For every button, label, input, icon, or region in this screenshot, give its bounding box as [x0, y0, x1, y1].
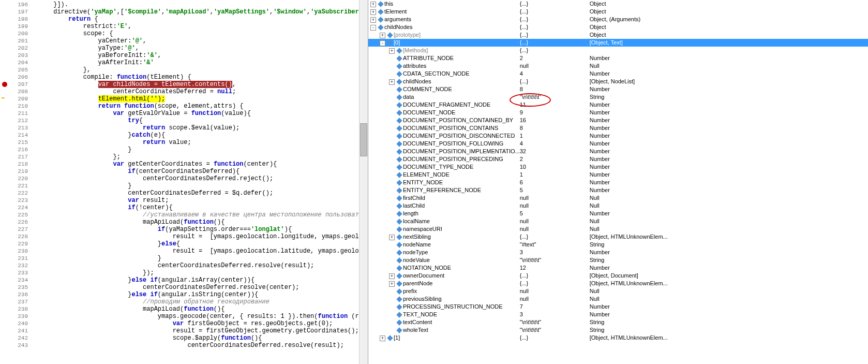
code-line[interactable]: yaCenter:'@', [31, 37, 359, 45]
watch-row[interactable]: PROCESSING_INSTRUCTION_NODE7Number [368, 303, 868, 311]
watch-name-cell[interactable]: +arguments [368, 16, 520, 23]
watch-name-cell[interactable]: DOCUMENT_TYPE_NODE [368, 163, 520, 171]
watch-name-cell[interactable]: DOCUMENT_POSITION_DISCONNECTED [368, 132, 520, 140]
watch-row[interactable]: +this{...}Object [368, 0, 868, 8]
watch-name-cell[interactable]: DOCUMENT_FRAGMENT_NODE [368, 101, 520, 109]
code-line[interactable]: }); [31, 269, 359, 276]
code-line[interactable]: } [31, 255, 359, 262]
expand-icon[interactable]: + [389, 273, 395, 279]
watch-row[interactable]: DOCUMENT_NODE9Number [368, 109, 868, 117]
watch-name-cell[interactable]: CDATA_SECTION_NODE [368, 70, 520, 78]
code-line[interactable]: }, [31, 66, 359, 74]
watch-name-cell[interactable]: -childNodes [368, 23, 520, 31]
watch-row[interactable]: data"\n\t\t\t\t"String [368, 93, 868, 101]
code-line[interactable]: centerCoordinatesDeferred = $q.defer(); [31, 190, 359, 197]
watch-name-cell[interactable]: +ownerDocument [368, 272, 520, 280]
watch-row[interactable]: previousSiblingnullNull [368, 295, 868, 303]
code-line[interactable]: //устанавливаем в качестве центра местоп… [31, 211, 359, 219]
watch-name-cell[interactable]: nodeName [368, 241, 520, 249]
code-line[interactable]: centerCoordinatesDeferred.resolve(center… [31, 284, 359, 291]
watch-row[interactable]: textContent"\n\t\t\t\t"String [368, 318, 868, 326]
watch-row[interactable]: wholeText"\n\t\t\t\t"String [368, 326, 868, 334]
watch-name-cell[interactable]: nodeType [368, 249, 520, 256]
watch-row[interactable]: +tElement{...}Object [368, 8, 868, 16]
watch-row[interactable]: DOCUMENT_POSITION_CONTAINS8Number [368, 124, 868, 132]
watch-name-cell[interactable]: +[Methods] [368, 47, 520, 54]
code-line[interactable]: //проводим обратное геокодирование [31, 298, 359, 305]
watch-name-cell[interactable]: -[0] [368, 39, 520, 47]
expand-icon[interactable]: + [380, 336, 385, 341]
code-line[interactable]: var result; [31, 197, 359, 204]
watch-name-cell[interactable]: +nextSibling [368, 233, 520, 241]
watch-name-cell[interactable]: DOCUMENT_POSITION_FOLLOWING [368, 140, 520, 148]
watch-name-cell[interactable]: NOTATION_NODE [368, 264, 520, 272]
watch-name-cell[interactable]: PROCESSING_INSTRUCTION_NODE [368, 303, 520, 311]
watch-name-cell[interactable]: attributes [368, 62, 520, 70]
watch-name-cell[interactable]: wholeText [368, 326, 520, 334]
expand-icon[interactable]: + [380, 33, 385, 38]
watch-row[interactable]: ATTRIBUTE_NODE2Number [368, 54, 868, 62]
code-line[interactable]: compile: function(tElement) { [31, 74, 359, 81]
expand-icon[interactable]: + [389, 79, 395, 85]
code-line[interactable]: }]). [31, 1, 359, 8]
watch-name-cell[interactable]: +this [368, 0, 520, 8]
code-line[interactable]: var getCenterCoordinates = function(cent… [31, 161, 359, 168]
watch-row[interactable]: +arguments{...}Object, (Arguments) [368, 16, 868, 23]
code-line[interactable]: try{ [31, 117, 359, 124]
watch-row[interactable]: ENTITY_NODE6Number [368, 179, 868, 186]
watch-row[interactable]: CDATA_SECTION_NODE4Number [368, 70, 868, 78]
code-line[interactable]: } [31, 146, 359, 153]
watch-name-cell[interactable]: +tElement [368, 8, 520, 16]
code-line[interactable]: tElement.html(''); [31, 95, 359, 103]
watch-row[interactable]: +parentNode{...}[Object, HTMLUnknownElem… [368, 280, 868, 287]
watch-row[interactable]: nodeType3Number [368, 249, 868, 256]
code-line[interactable]: mapApiLoad(function(){ [31, 305, 359, 313]
code-line[interactable]: }else if(angular.isString(center)){ [31, 291, 359, 298]
watch-row[interactable]: lastChildnullNull [368, 202, 868, 210]
code-line[interactable]: var firstGeoObject = res.geoObjects.get(… [31, 320, 359, 327]
expand-icon[interactable]: + [370, 17, 376, 23]
watch-name-cell[interactable]: DOCUMENT_POSITION_IMPLEMENTATIO... [368, 148, 520, 155]
watch-row[interactable]: +ownerDocument{...}[Object, Document] [368, 272, 868, 280]
expand-icon[interactable]: + [389, 235, 395, 240]
code-line[interactable]: return value; [31, 139, 359, 146]
watch-name-cell[interactable]: data [368, 93, 520, 101]
code-line[interactable]: result = [ymaps.geolocation.latitude, ym… [31, 247, 359, 255]
watch-name-cell[interactable]: +parentNode [368, 280, 520, 287]
watch-name-cell[interactable]: nodeValue [368, 256, 520, 264]
watch-row[interactable]: COMMENT_NODE8Number [368, 85, 868, 93]
watch-name-cell[interactable]: firstChild [368, 194, 520, 202]
expand-icon[interactable]: + [370, 9, 376, 15]
code-line[interactable]: result = firstGeoObject.geometry.getCoor… [31, 327, 359, 334]
watch-row[interactable]: nodeName"#text"String [368, 241, 868, 249]
watch-row[interactable]: +childNodes{...}[Object, NodeList] [368, 78, 868, 85]
watch-row[interactable]: length5Number [368, 210, 868, 217]
watch-name-cell[interactable]: lastChild [368, 202, 520, 210]
watch-row[interactable]: +[Methods]{...} [368, 47, 868, 54]
code-line[interactable]: var getEvalOrValue = function(value){ [31, 110, 359, 117]
code-line[interactable]: centerCoordinatesDeferred.reject(); [31, 175, 359, 182]
code-line[interactable]: centerCoordinatesDeferred = null; [31, 88, 359, 95]
watch-name-cell[interactable]: DOCUMENT_POSITION_PRECEDING [368, 155, 520, 163]
code-line[interactable]: scope: { [31, 30, 359, 37]
watch-row[interactable]: -[0]{...}[Object, Text] [368, 39, 868, 47]
watch-row[interactable]: attributesnullNull [368, 62, 868, 70]
code-line[interactable]: }else{ [31, 240, 359, 247]
expand-icon[interactable]: + [370, 2, 376, 7]
code-line[interactable]: }catch(e){ [31, 132, 359, 139]
watch-row[interactable]: TEXT_NODE3Number [368, 311, 868, 318]
watch-name-cell[interactable]: ENTITY_REFERENCE_NODE [368, 186, 520, 194]
watch-row[interactable]: +[1]{...}[Object, HTMLUnknownElem... [368, 334, 868, 342]
expand-icon[interactable]: + [389, 281, 395, 287]
code-line[interactable]: }; [31, 153, 359, 161]
watch-row[interactable]: localNamenullNull [368, 217, 868, 225]
code-line[interactable]: restrict:'E', [31, 23, 359, 30]
watch-name-cell[interactable]: DOCUMENT_POSITION_CONTAINS [368, 124, 520, 132]
watch-row[interactable]: ENTITY_REFERENCE_NODE5Number [368, 186, 868, 194]
watch-name-cell[interactable]: DOCUMENT_NODE [368, 109, 520, 117]
code-line[interactable]: return { [31, 16, 359, 23]
code-line[interactable]: return scope.$eval(value); [31, 124, 359, 132]
watch-row[interactable]: +nextSibling{...}[Object, HTMLUnknownEle… [368, 233, 868, 241]
code-line[interactable]: if(centerCoordinatesDeferred){ [31, 168, 359, 175]
scrollbar-thumb[interactable] [360, 123, 367, 156]
